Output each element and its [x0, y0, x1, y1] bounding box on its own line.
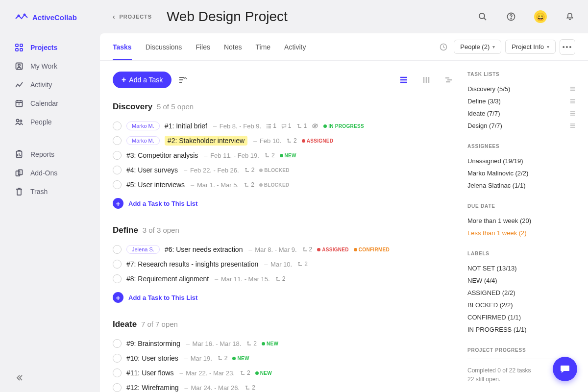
task-row[interactable]: #10: User stories – Mar 19. 2 NEW	[113, 351, 453, 366]
task-row[interactable]: #11: User flows – Mar 22. - Mar 23. 2 NE…	[113, 366, 453, 380]
task-checkbox[interactable]	[113, 166, 122, 174]
task-row[interactable]: #7: Research results - insights presenta…	[113, 257, 453, 271]
rp-item[interactable]: NEW (4/4)	[467, 274, 575, 287]
people-dropdown[interactable]: People (2) ▾	[454, 40, 501, 54]
tab-files[interactable]: Files	[196, 34, 210, 60]
task-dates: – Feb 22. - Feb 26.	[183, 167, 239, 174]
add-task-to-list-button[interactable]: +Add a Task to This List	[113, 292, 197, 303]
sidebar-item-projects[interactable]: Projects	[0, 38, 100, 57]
rp-item[interactable]: Design (7/7)	[467, 120, 575, 132]
user-avatar[interactable]: 😄	[534, 10, 547, 23]
more-options-button[interactable]: •••	[560, 39, 575, 55]
task-dates: – Mar 11. - Mar 15.	[214, 275, 270, 283]
project-info-dropdown[interactable]: Project Info ▾	[505, 40, 556, 54]
tab-activity[interactable]: Activity	[284, 34, 306, 60]
recent-icon[interactable]	[438, 42, 449, 52]
task-title: #6: User needs extraction	[165, 245, 243, 253]
list-icon	[570, 123, 575, 128]
column-view-toggle[interactable]	[422, 76, 430, 83]
sidebar-item-people[interactable]: People	[0, 113, 100, 131]
rp-item-label: Design (7/7)	[467, 122, 502, 129]
task-dates: – Mar 19.	[183, 355, 212, 362]
task-row[interactable]: #4: User surveys – Feb 22. - Feb 26. 2 B…	[113, 163, 453, 177]
tab-notes[interactable]: Notes	[224, 34, 242, 60]
task-row[interactable]: Marko M.#1: Initial brief – Feb 8. - Feb…	[113, 119, 453, 133]
task-checkbox[interactable]	[113, 122, 122, 130]
notifications-icon[interactable]	[564, 11, 575, 22]
subtask-badge: 2	[302, 246, 313, 253]
task-row[interactable]: Jelena S.#6: User needs extraction – Mar…	[113, 242, 453, 257]
rp-item[interactable]: IN PROGRESS (1/1)	[467, 323, 575, 336]
task-checkbox[interactable]	[113, 354, 122, 363]
rp-item[interactable]: BLOCKED (2/2)	[467, 299, 575, 311]
search-icon[interactable]	[477, 11, 488, 22]
list-icon	[570, 111, 575, 116]
sidebar-item-activity[interactable]: Activity	[0, 75, 100, 94]
sidebar-item-my-work[interactable]: My Work	[0, 57, 100, 75]
rp-item[interactable]: Jelena Slatinac (1/1)	[467, 179, 575, 192]
rp-item[interactable]: Discovery (5/5)	[467, 83, 575, 95]
breadcrumb[interactable]: ‹ PROJECTS	[113, 13, 152, 21]
subtask-badge: 1	[296, 122, 307, 129]
list-header[interactable]: Discovery 5 of 5 open	[113, 102, 453, 112]
task-row[interactable]: Marko M.#2: Stakeholder interview – Feb …	[113, 133, 453, 148]
sidebar-item-trash[interactable]: Trash	[0, 182, 100, 201]
rp-progress-title: Project Progress	[467, 347, 575, 353]
list-name: Ideate	[113, 319, 137, 329]
rp-item[interactable]: ASSIGNED (2/2)	[467, 287, 575, 299]
tab-time[interactable]: Time	[256, 34, 271, 60]
nav-icon	[15, 62, 24, 71]
svg-rect-4	[16, 49, 18, 51]
task-checkbox[interactable]	[113, 260, 122, 269]
task-checkbox[interactable]	[113, 151, 122, 160]
rp-item-label: ASSIGNED (2/2)	[467, 289, 515, 296]
list-header[interactable]: Ideate 7 of 7 open	[113, 319, 453, 329]
sort-button[interactable]	[178, 76, 187, 84]
svg-point-10	[17, 120, 19, 122]
sidebar: ActiveCollab ProjectsMy WorkActivity8Cal…	[0, 0, 100, 392]
task-row[interactable]: #8: Requirement alignment – Mar 11. - Ma…	[113, 271, 453, 286]
add-task-button[interactable]: + Add a Task	[113, 72, 172, 88]
rp-item-label: Discovery (5/5)	[467, 85, 510, 93]
timeline-view-toggle[interactable]	[445, 76, 453, 83]
assignee-chip[interactable]: Marko M.	[126, 122, 160, 130]
sidebar-item-reports[interactable]: Reports	[0, 145, 100, 164]
list-view-toggle[interactable]	[400, 76, 408, 83]
brand-logo[interactable]: ActiveCollab	[0, 12, 100, 23]
task-row[interactable]: #3: Competitor analysis – Feb 11. - Feb …	[113, 148, 453, 163]
rp-item-label: IN PROGRESS (1/1)	[467, 326, 527, 333]
task-row[interactable]: #5: User interviews – Mar 1. - Mar 5. 2 …	[113, 177, 453, 192]
task-checkbox[interactable]	[113, 245, 122, 254]
task-checkbox[interactable]	[113, 136, 122, 145]
task-title: #11: User flows	[126, 369, 173, 377]
sidebar-collapse-button[interactable]	[15, 373, 24, 382]
rp-item[interactable]: Ideate (7/7)	[467, 107, 575, 120]
task-checkbox[interactable]	[113, 274, 122, 283]
task-checkbox[interactable]	[113, 368, 122, 377]
rp-item[interactable]: Define (3/3)	[467, 95, 575, 107]
task-row[interactable]: #12: Wireframing – Mar 24. - Mar 26. 2	[113, 380, 453, 392]
task-row[interactable]: #9: Brainstorming – Mar 16. - Mar 18. 2 …	[113, 336, 453, 351]
add-task-to-list-button[interactable]: +Add a Task to This List	[113, 198, 197, 209]
help-icon[interactable]	[506, 11, 516, 22]
rp-item[interactable]: Unassigned (19/19)	[467, 155, 575, 167]
sidebar-item-calendar[interactable]: 8Calendar	[0, 94, 100, 113]
sidebar-item-add-ons[interactable]: Add-Ons	[0, 164, 100, 182]
tab-discussions[interactable]: Discussions	[146, 34, 182, 60]
task-checkbox[interactable]	[113, 180, 122, 189]
chat-fab[interactable]	[553, 357, 577, 381]
task-checkbox[interactable]	[113, 339, 122, 348]
rp-item[interactable]: Less than 1 week (2)	[467, 227, 575, 239]
subtask-badge: 2	[244, 181, 254, 188]
assignee-chip[interactable]: Jelena S.	[126, 245, 160, 254]
assignee-chip[interactable]: Marko M.	[126, 136, 160, 145]
rp-item[interactable]: CONFIRMED (1/1)	[467, 311, 575, 323]
tab-tasks[interactable]: Tasks	[113, 34, 132, 60]
status-badge: NEW	[255, 370, 272, 376]
rp-item[interactable]: More than 1 week (20)	[467, 215, 575, 227]
rp-item[interactable]: Marko Malinovic (2/2)	[467, 167, 575, 179]
list-header[interactable]: Define 3 of 3 open	[113, 225, 453, 235]
task-checkbox[interactable]	[113, 383, 122, 392]
chevron-left-icon: ‹	[113, 13, 116, 21]
rp-item[interactable]: NOT SET (13/13)	[467, 262, 575, 274]
